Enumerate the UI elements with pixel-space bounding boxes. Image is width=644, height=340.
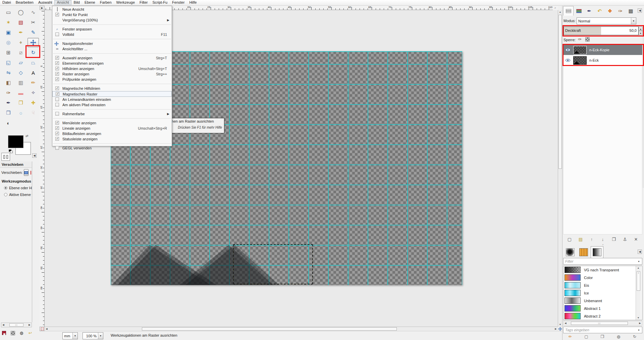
- menubar-item-scriptfu[interactable]: Script-Fu: [150, 0, 170, 5]
- tool-free-select[interactable]: ∿: [28, 8, 39, 17]
- menu-item-statusleiste-anzeigen[interactable]: Statusleiste anzeigen: [52, 136, 172, 142]
- tab-brush-editor[interactable]: ✑: [615, 6, 626, 16]
- new-group-button[interactable]: ▤: [576, 235, 585, 243]
- menubar-item-auswahl[interactable]: Auswahl: [36, 0, 55, 5]
- tool-flip[interactable]: ⇋: [3, 68, 14, 77]
- move-layer-toggle-button[interactable]: [24, 169, 29, 176]
- menu-item-pr-fpunkte-anzeigen[interactable]: Prüfpunkte anzeigen: [52, 77, 172, 82]
- tool-text[interactable]: A: [28, 68, 39, 77]
- swap-colors-icon[interactable]: ⇄: [25, 134, 28, 138]
- menu-item-raster-anzeigen[interactable]: Raster anzeigenStrg++: [52, 71, 172, 77]
- tool-blur-sharpen[interactable]: ○: [15, 108, 26, 118]
- menu-item-ebenenrahmen-anzeigen[interactable]: Ebenenrahmen anzeigen: [52, 61, 172, 66]
- gradient-item-vg-nach-transparent[interactable]: VG nach Transparent: [564, 266, 642, 274]
- menu-item-bildlaufleisten-anzeigen[interactable]: Bildlaufleisten anzeigen: [52, 131, 172, 136]
- tool-options-hscrollbar[interactable]: ◀ ||| ▶: [1, 323, 32, 327]
- tool-rectangle-select[interactable]: ▭: [3, 8, 14, 17]
- gradient-item-eis[interactable]: Eis: [564, 281, 642, 289]
- tool-heal[interactable]: ✚: [28, 98, 39, 108]
- layer-thumbnail[interactable]: [573, 46, 587, 54]
- tab-gradients[interactable]: [591, 246, 603, 258]
- visibility-eye-icon[interactable]: [565, 59, 571, 62]
- tool-ellipse-select[interactable]: ◯: [15, 8, 26, 17]
- tool-measure[interactable]: ⌖: [15, 38, 26, 47]
- move-selection-toggle-button[interactable]: [31, 171, 31, 175]
- menu-item-lineale-anzeigen[interactable]: Lineale anzeigenUmschalt+Strg+R: [52, 126, 172, 131]
- tool-bucket-fill[interactable]: ◧: [3, 78, 14, 87]
- tool-perspective[interactable]: ⏢: [28, 58, 39, 67]
- menubar-item-hilfe[interactable]: Hilfe: [187, 0, 199, 5]
- gradient-hscrollbar[interactable]: ◀ ||| ▶: [563, 321, 642, 326]
- tool-crop[interactable]: ⧄: [15, 48, 26, 57]
- tool-paths[interactable]: ✒: [15, 28, 26, 37]
- tool-options-tab[interactable]: [1, 153, 10, 161]
- canvas-menu-button[interactable]: ▶: [40, 6, 45, 10]
- tab-paths[interactable]: ✒: [584, 6, 594, 16]
- duplicate-layer-button[interactable]: ❐: [609, 235, 618, 243]
- tool-smudge[interactable]: ☟: [28, 108, 39, 118]
- navigation-cross-icon[interactable]: [558, 327, 562, 331]
- quickmask-toggle-icon[interactable]: [40, 327, 45, 331]
- tool-shear[interactable]: ▱: [15, 58, 26, 67]
- lock-alpha-icon[interactable]: [585, 37, 590, 42]
- tab-channels[interactable]: [574, 6, 584, 16]
- menubar-item-farben[interactable]: Farben: [98, 0, 114, 5]
- tags-input[interactable]: [563, 327, 642, 333]
- anchor-layer-button[interactable]: ⚓: [621, 235, 629, 243]
- menu-item-vollbild[interactable]: VollbildF11: [52, 32, 172, 37]
- menu-item-gegl-verwenden[interactable]: GEGL verwenden: [52, 145, 172, 151]
- menu-item-navigationsfenster[interactable]: Navigationsfenster: [52, 41, 172, 46]
- collapse-gradients-dock-icon[interactable]: ◀: [638, 250, 642, 254]
- delete-gradient-button[interactable]: ◍: [615, 334, 622, 340]
- tool-mode-radio-0[interactable]: Ebene oder Hilfslinie verschieben: [0, 185, 32, 191]
- tool-color-picker[interactable]: ✎: [28, 28, 39, 37]
- tool-foreground-select[interactable]: ▣: [3, 28, 14, 37]
- layers-vscrollbar[interactable]: [643, 30, 644, 188]
- tool-zoom[interactable]: ◎: [3, 38, 14, 47]
- menu-item-rahmenfarbe[interactable]: Rahmenfarbe▶: [52, 111, 172, 117]
- tool-select-by-color[interactable]: ▧: [15, 18, 26, 27]
- tool-fuzzy-select[interactable]: ✶: [3, 18, 14, 27]
- tab-brushes[interactable]: [564, 246, 577, 258]
- menu-item-vergr-erung-100[interactable]: Vergrößerung (100%)▶: [52, 17, 172, 23]
- tool-dodge-burn[interactable]: ◐: [3, 118, 14, 128]
- opacity-slider[interactable]: Deckkraft 50,0: [564, 26, 639, 35]
- reset-tool-options-button[interactable]: ↩: [27, 330, 34, 336]
- new-gradient-button[interactable]: ▢: [583, 334, 590, 340]
- visibility-eye-icon[interactable]: [565, 48, 571, 52]
- selection-rectangle[interactable]: [233, 244, 313, 284]
- menu-item-magnetische-hilfslinien[interactable]: Magnetische Hilfslinien: [52, 86, 172, 91]
- tool-cage-transform[interactable]: ◇: [15, 68, 26, 77]
- menu-item-men-leiste-anzeigen[interactable]: Menüleiste anzeigen: [52, 120, 172, 126]
- duplicate-gradient-button[interactable]: ❐: [599, 334, 606, 340]
- gradient-item-unbenannt[interactable]: Unbenannt: [564, 297, 642, 304]
- zoom-select[interactable]: 100 %▼: [83, 332, 103, 339]
- new-layer-button[interactable]: ▢: [565, 235, 574, 243]
- lock-pixels-icon[interactable]: ✑: [578, 37, 582, 42]
- chevron-down-icon[interactable]: ▼: [631, 18, 636, 24]
- tool-perspective-clone[interactable]: ❒: [3, 108, 14, 118]
- tool-pencil[interactable]: ✏: [28, 78, 39, 87]
- delete-layer-button[interactable]: ✕: [632, 235, 640, 243]
- tool-airbrush[interactable]: ✧: [28, 88, 39, 97]
- tool-align[interactable]: ⊞: [3, 48, 14, 57]
- menubar-item-bearbeiten[interactable]: Bearbeiten: [13, 0, 36, 5]
- tool-ink[interactable]: ✒: [3, 98, 14, 108]
- menu-item-fenster-anpassen[interactable]: ⌕Fenster anpassen: [52, 26, 172, 32]
- layer-row-n-eck[interactable]: n-Eck: [563, 55, 642, 65]
- tool-scissors-select[interactable]: ✂: [28, 18, 39, 27]
- gradient-item-ice[interactable]: Ice: [564, 289, 642, 297]
- save-tool-options-button[interactable]: [1, 330, 7, 336]
- gradient-vscrollbar[interactable]: ▲ ≡ ▼: [636, 266, 641, 320]
- tab-gradient[interactable]: ▩: [626, 6, 636, 16]
- layer-row-n-eck-kopie[interactable]: n-Eck-Kopie: [563, 45, 642, 55]
- menu-item-hilfslinien-anzeigen[interactable]: Hilfslinien anzeigenUmschalt+Strg+T: [52, 66, 172, 71]
- menubar-item-filter[interactable]: Filter: [137, 0, 150, 5]
- opacity-spinner[interactable]: ▲▼: [639, 26, 643, 35]
- chevron-down-icon[interactable]: ▼: [638, 260, 640, 263]
- edit-gradient-button[interactable]: ✏: [567, 334, 574, 340]
- layer-mode-select[interactable]: Normal▼: [577, 17, 636, 24]
- dock-splitter-handle[interactable]: ∘: [602, 244, 604, 246]
- menubar-item-fenster[interactable]: Fenster: [170, 0, 187, 5]
- tool-gradient[interactable]: ▥: [15, 78, 26, 87]
